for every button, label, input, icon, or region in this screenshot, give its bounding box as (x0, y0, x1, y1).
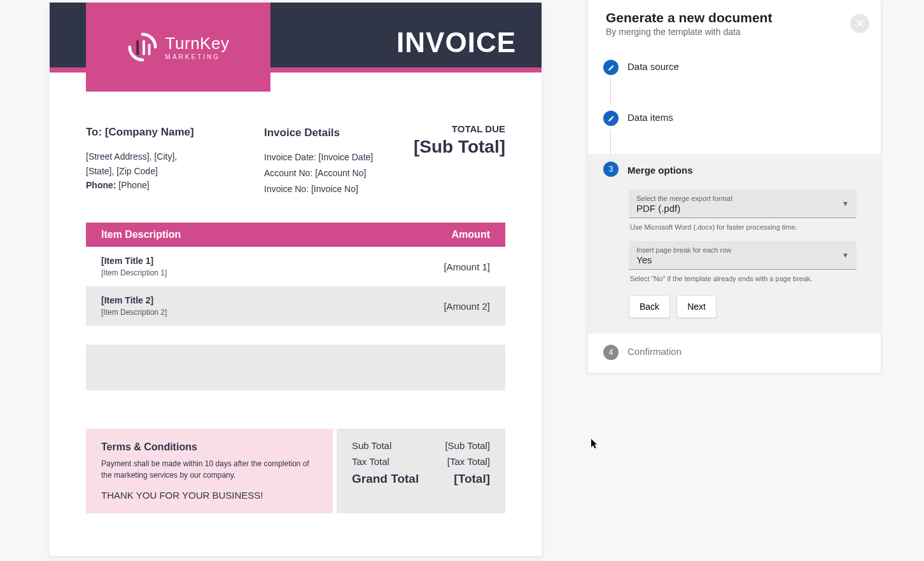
items-table: Item Description Amount [Item Title 1][I… (86, 223, 505, 326)
step-data-items[interactable]: Data items (588, 103, 881, 154)
step-done-badge (603, 111, 619, 126)
dropdown-caret-icon: ▼ (842, 251, 849, 259)
phone-value: [Phone] (118, 180, 149, 190)
spacer-block (86, 345, 505, 391)
grand-total-value: [Total] (454, 472, 490, 486)
account-no: Account No: [Account No] (264, 165, 395, 181)
invoice-details-block: Invoice Details Invoice Date: [Invoice D… (264, 123, 395, 197)
select-label: Select the merge export format (636, 195, 849, 202)
generate-document-panel: Generate a new document By merging the t… (588, 0, 881, 373)
pencil-icon (608, 115, 615, 122)
panel-title: Generate a new document (606, 10, 863, 25)
invoice-title: INVOICE (396, 27, 516, 59)
phone-label: Phone: (86, 180, 116, 190)
total-due-label: TOTAL DUE (414, 123, 505, 134)
wizard-steps: Data source Data items 3 Merge options S… (588, 46, 881, 373)
invoice-details-title: Invoice Details (264, 123, 395, 143)
to-street: [Street Address], [City], (86, 149, 245, 163)
item-desc: [Item Description 1] (101, 268, 318, 277)
invoice-date: Invoice Date: [Invoice Date] (264, 149, 395, 165)
to-address-block: To: [Company Name] [Street Address], [Ci… (86, 123, 245, 197)
step-label: Data source (627, 60, 679, 72)
terms-thanks: THANK YOU FOR YOUR BUSINESS! (101, 490, 318, 501)
col-amount: Amount (333, 223, 505, 247)
logo-tagline: Marketing (165, 53, 230, 60)
total-due-block: TOTAL DUE [Sub Total] (414, 123, 505, 197)
sub-total-label: Sub Total (352, 440, 391, 451)
step-confirmation: 4 Confirmation (588, 333, 881, 373)
invoice-header: TurnKey Marketing INVOICE (50, 3, 542, 92)
pencil-icon (608, 64, 615, 71)
select-value: PDF (.pdf) (636, 203, 849, 214)
select-value: Yes (636, 254, 849, 265)
item-row: [Item Title 1][Item Description 1] [Amou… (86, 247, 505, 286)
sub-total-value: [Sub Total] (445, 440, 490, 451)
step-inactive-badge: 4 (603, 345, 619, 360)
to-title: To: [Company Name] (86, 123, 245, 141)
step-connector (610, 130, 611, 155)
step-label: Confirmation (627, 345, 682, 357)
step-done-badge (603, 60, 619, 75)
to-state: [State], [Zip Code] (86, 164, 245, 178)
col-description: Item Description (86, 223, 333, 247)
tax-total-value: [Tax Total] (447, 456, 490, 467)
dropdown-caret-icon: ▼ (842, 200, 849, 207)
back-button[interactable]: Back (629, 295, 670, 318)
terms-title: Terms & Conditions (101, 441, 318, 453)
mouse-cursor-icon (591, 439, 599, 451)
item-row: [Item Title 2][Item Description 2] [Amou… (86, 286, 505, 326)
close-icon (856, 20, 864, 27)
panel-subtitle: By merging the template with data (606, 27, 863, 37)
grand-total-label: Grand Total (352, 472, 419, 486)
turnkey-logo-icon (127, 32, 158, 62)
step-data-source[interactable]: Data source (588, 52, 881, 103)
export-format-help: Use Microsoft Word (.docx) for faster pr… (629, 219, 857, 241)
document-preview: TurnKey Marketing INVOICE To: [Company N… (50, 3, 542, 556)
logo-box: TurnKey Marketing (86, 3, 270, 92)
item-desc: [Item Description 2] (101, 308, 318, 317)
step-label: Data items (627, 111, 673, 123)
terms-body: Payment shall be made within 10 days aft… (101, 458, 318, 481)
step-connector (610, 79, 611, 104)
tax-total-label: Tax Total (352, 456, 389, 467)
step-merge-options: 3 Merge options Select the merge export … (588, 154, 881, 333)
item-title: [Item Title 1] (101, 256, 153, 266)
terms-block: Terms & Conditions Payment shall be made… (86, 429, 333, 513)
page-break-select[interactable]: Insert page break for each row Yes ▼ (629, 241, 857, 270)
export-format-select[interactable]: Select the merge export format PDF (.pdf… (629, 190, 857, 218)
page-break-help: Select "No" if the template already ends… (629, 271, 857, 293)
panel-header: Generate a new document By merging the t… (588, 0, 881, 46)
step-label: Merge options (627, 163, 693, 176)
next-button[interactable]: Next (676, 295, 717, 318)
items-header-row: Item Description Amount (86, 223, 505, 247)
item-amount: [Amount 2] (333, 286, 505, 326)
select-label: Insert page break for each row (636, 246, 849, 254)
step-active-badge: 3 (603, 162, 619, 177)
item-amount: [Amount 1] (333, 247, 505, 286)
invoice-no: Invoice No: [Invoice No] (264, 181, 395, 197)
close-button[interactable] (850, 14, 869, 33)
logo-name: TurnKey (165, 34, 230, 53)
totals-block: Sub Total[Sub Total] Tax Total[Tax Total… (337, 429, 505, 513)
item-title: [Item Title 2] (101, 295, 153, 305)
total-due-value: [Sub Total] (414, 137, 505, 157)
